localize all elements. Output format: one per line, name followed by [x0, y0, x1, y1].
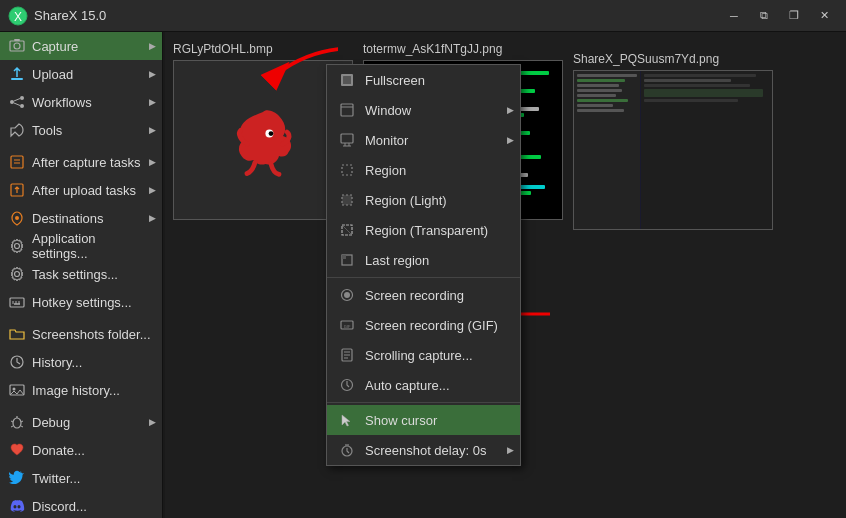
extra-button[interactable]: ⧉ — [750, 5, 778, 27]
svg-point-25 — [13, 388, 16, 391]
svg-line-10 — [14, 103, 20, 106]
sidebar-item-destinations[interactable]: Destinations — [0, 204, 162, 232]
sidebar-item-debug[interactable]: Debug — [0, 408, 162, 436]
menu-label-show-cursor: Show cursor — [365, 413, 437, 428]
svg-point-16 — [15, 244, 20, 249]
thumb-item-sharex: ShareX_PQSuusm7Yd.png — [573, 52, 773, 230]
sidebar-label-tools: Tools — [32, 123, 62, 138]
capture-menu[interactable]: Fullscreen Window ▶ Monitor ▶ — [326, 64, 521, 466]
menu-item-fullscreen[interactable]: Fullscreen — [327, 65, 520, 95]
show-cursor-icon — [337, 410, 357, 430]
tools-icon — [8, 121, 26, 139]
sidebar-item-capture[interactable]: Capture — [0, 32, 162, 60]
sidebar-item-screenshots-folder[interactable]: Screenshots folder... — [0, 320, 162, 348]
menu-label-region-transparent: Region (Transparent) — [365, 223, 488, 238]
svg-rect-37 — [343, 76, 351, 84]
region-transparent-icon — [337, 220, 357, 240]
svg-point-15 — [15, 216, 19, 220]
monitor-arrow: ▶ — [507, 135, 514, 145]
close-button[interactable]: ✕ — [810, 5, 838, 27]
sidebar-label-task-settings: Task settings... — [32, 267, 118, 282]
menu-item-region-transparent[interactable]: Region (Transparent) — [327, 215, 520, 245]
menu-divider-2 — [327, 402, 520, 403]
sidebar-item-donate[interactable]: Donate... — [0, 436, 162, 464]
thumb-label-sharex: ShareX_PQSuusm7Yd.png — [573, 52, 719, 66]
sidebar-label-screenshots-folder: Screenshots folder... — [32, 327, 151, 342]
svg-line-30 — [11, 426, 13, 427]
svg-rect-38 — [341, 104, 353, 116]
svg-point-17 — [15, 272, 20, 277]
menu-item-screen-recording[interactable]: Screen recording — [327, 280, 520, 310]
window-arrow: ▶ — [507, 105, 514, 115]
svg-rect-18 — [10, 298, 24, 307]
thumb-label-blob: RGLyPtdOHL.bmp — [173, 42, 273, 56]
main-layout: Capture Upload Workflows Tools Aft — [0, 32, 846, 518]
menu-item-last-region[interactable]: Last region — [327, 245, 520, 275]
screenshot-delay-arrow: ▶ — [507, 445, 514, 455]
auto-capture-icon — [337, 375, 357, 395]
minimize-button[interactable]: ─ — [720, 5, 748, 27]
sidebar-item-upload[interactable]: Upload — [0, 60, 162, 88]
menu-label-region: Region — [365, 163, 406, 178]
sidebar-item-history[interactable]: History... — [0, 348, 162, 376]
sidebar-label-upload: Upload — [32, 67, 73, 82]
sidebar-item-discord[interactable]: Discord... — [0, 492, 162, 518]
svg-rect-5 — [11, 78, 23, 80]
menu-item-region[interactable]: Region — [327, 155, 520, 185]
restore-button[interactable]: ❐ — [780, 5, 808, 27]
upload-icon — [8, 65, 26, 83]
sidebar-item-app-settings[interactable]: Application settings... — [0, 232, 162, 260]
workflows-icon — [8, 93, 26, 111]
svg-rect-11 — [11, 156, 23, 168]
sidebar-label-workflows: Workflows — [32, 95, 92, 110]
sidebar-item-after-capture[interactable]: After capture tasks — [0, 148, 162, 176]
thumb-label-terminal: totermw_AsK1fNTgJJ.png — [363, 42, 502, 56]
svg-point-35 — [269, 131, 274, 136]
sidebar-label-app-settings: Application settings... — [32, 231, 154, 261]
sidebar-label-hotkey-settings: Hotkey settings... — [32, 295, 132, 310]
menu-item-monitor[interactable]: Monitor ▶ — [327, 125, 520, 155]
history-icon — [8, 353, 26, 371]
content-area: RGLyPtdOHL.bmp — [163, 32, 846, 518]
svg-text:X: X — [14, 10, 22, 24]
sidebar-item-task-settings[interactable]: Task settings... — [0, 260, 162, 288]
menu-label-screen-recording: Screen recording — [365, 288, 464, 303]
menu-item-window[interactable]: Window ▶ — [327, 95, 520, 125]
sidebar-item-tools[interactable]: Tools — [0, 116, 162, 144]
sidebar-item-hotkey-settings[interactable]: Hotkey settings... — [0, 288, 162, 316]
svg-point-3 — [14, 43, 20, 49]
menu-item-screen-recording-gif[interactable]: GIF Screen recording (GIF) — [327, 310, 520, 340]
menu-item-region-light[interactable]: Region (Light) — [327, 185, 520, 215]
twitter-icon — [8, 469, 26, 487]
menu-label-region-light: Region (Light) — [365, 193, 447, 208]
image-history-icon — [8, 381, 26, 399]
region-light-icon — [337, 190, 357, 210]
svg-point-7 — [20, 96, 24, 100]
monitor-icon — [337, 130, 357, 150]
screen-recording-icon — [337, 285, 357, 305]
menu-label-scrolling-capture: Scrolling capture... — [365, 348, 473, 363]
sidebar-item-after-upload[interactable]: After upload tasks — [0, 176, 162, 204]
svg-rect-45 — [342, 195, 352, 205]
svg-point-8 — [20, 104, 24, 108]
after-upload-icon — [8, 181, 26, 199]
menu-label-screen-recording-gif: Screen recording (GIF) — [365, 318, 498, 333]
menu-label-last-region: Last region — [365, 253, 429, 268]
sidebar-label-capture: Capture — [32, 39, 78, 54]
menu-item-show-cursor[interactable]: Show cursor — [327, 405, 520, 435]
menu-divider-1 — [327, 277, 520, 278]
menu-item-scrolling-capture[interactable]: Scrolling capture... — [327, 340, 520, 370]
sidebar-item-twitter[interactable]: Twitter... — [0, 464, 162, 492]
sidebar-item-image-history[interactable]: Image history... — [0, 376, 162, 404]
titlebar: X ShareX 15.0 ─ ⧉ ❐ ✕ — [0, 0, 846, 32]
menu-item-auto-capture[interactable]: Auto capture... — [327, 370, 520, 400]
sidebar-label-after-capture: After capture tasks — [32, 155, 140, 170]
menu-item-screenshot-delay[interactable]: Screenshot delay: 0s ▶ — [327, 435, 520, 465]
screenshot-delay-icon — [337, 440, 357, 460]
screen-recording-gif-icon: GIF — [337, 315, 357, 335]
screenshots-folder-icon — [8, 325, 26, 343]
sidebar-item-workflows[interactable]: Workflows — [0, 88, 162, 116]
svg-point-50 — [344, 292, 350, 298]
destinations-icon — [8, 209, 26, 227]
discord-icon — [8, 497, 26, 515]
